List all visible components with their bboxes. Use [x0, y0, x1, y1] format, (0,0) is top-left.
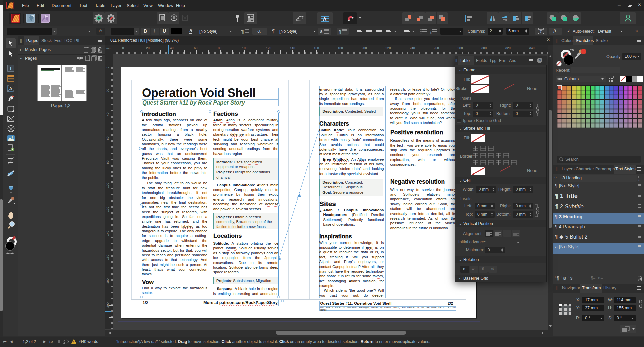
svg-text:a: a: [320, 29, 323, 34]
svg-text:T: T: [638, 178, 640, 181]
svg-text:3: 3: [430, 32, 432, 34]
svg-text:T: T: [540, 29, 542, 33]
svg-text:!: !: [73, 340, 74, 344]
svg-text:A: A: [323, 16, 327, 23]
svg-text:¶: ¶: [339, 29, 341, 34]
svg-text:¶: ¶: [241, 28, 244, 34]
svg-text:T: T: [9, 66, 12, 71]
svg-text:A: A: [9, 86, 13, 91]
